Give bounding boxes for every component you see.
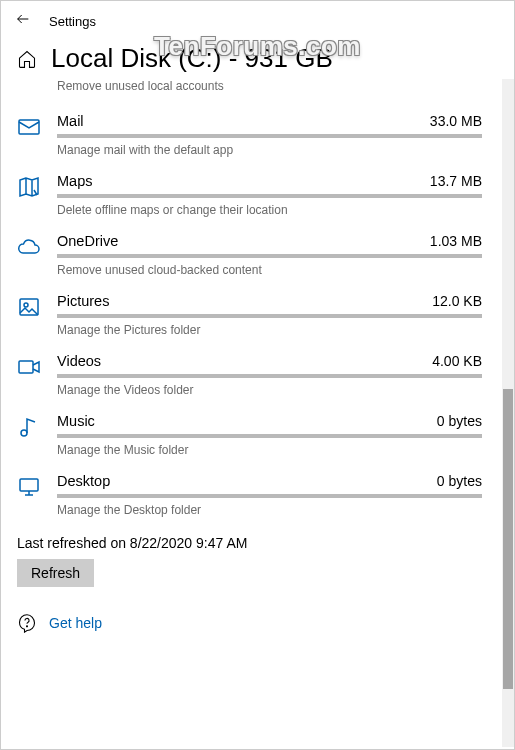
- category-pictures[interactable]: Pictures12.0 KB Manage the Pictures fold…: [1, 287, 502, 347]
- desktop-icon: [17, 475, 41, 499]
- category-maps[interactable]: Maps13.7 MB Delete offline maps or chang…: [1, 167, 502, 227]
- svg-point-4: [21, 430, 27, 436]
- category-body: Mail33.0 MB Manage mail with the default…: [57, 113, 482, 157]
- get-help-link[interactable]: Get help: [49, 615, 102, 631]
- category-body: Music0 bytes Manage the Music folder: [57, 413, 482, 457]
- category-videos[interactable]: Videos4.00 KB Manage the Videos folder: [1, 347, 502, 407]
- category-size: 4.00 KB: [432, 353, 482, 369]
- usage-bar: [57, 134, 482, 138]
- svg-point-2: [24, 303, 28, 307]
- category-onedrive[interactable]: OneDrive1.03 MB Remove unused cloud-back…: [1, 227, 502, 287]
- category-name: Pictures: [57, 293, 109, 309]
- category-body: Desktop0 bytes Manage the Desktop folder: [57, 473, 482, 517]
- usage-bar: [57, 194, 482, 198]
- category-size: 13.7 MB: [430, 173, 482, 189]
- category-size: 12.0 KB: [432, 293, 482, 309]
- header-bar: Settings: [1, 1, 514, 37]
- category-desktop[interactable]: Desktop0 bytes Manage the Desktop folder: [1, 467, 502, 527]
- page-title: Local Disk (C:) - 931 GB: [51, 43, 333, 74]
- cloud-icon: [17, 235, 41, 259]
- usage-bar: [57, 434, 482, 438]
- svg-rect-3: [19, 361, 33, 373]
- svg-rect-0: [19, 120, 39, 134]
- scrollbar-track[interactable]: [502, 79, 514, 747]
- category-body: OneDrive1.03 MB Remove unused cloud-back…: [57, 233, 482, 277]
- category-desc: Delete offline maps or change their loca…: [57, 203, 482, 217]
- category-body: Videos4.00 KB Manage the Videos folder: [57, 353, 482, 397]
- category-size: 1.03 MB: [430, 233, 482, 249]
- maps-icon: [17, 175, 41, 199]
- category-desc: Remove unused cloud-backed content: [57, 263, 482, 277]
- usage-bar: [57, 314, 482, 318]
- category-name: Music: [57, 413, 95, 429]
- previous-item-desc: Remove unused local accounts: [1, 79, 502, 93]
- mail-icon: [17, 115, 41, 139]
- usage-bar: [57, 254, 482, 258]
- category-body: Pictures12.0 KB Manage the Pictures fold…: [57, 293, 482, 337]
- back-arrow-icon[interactable]: [15, 11, 31, 31]
- usage-bar: [57, 494, 482, 498]
- category-desc: Manage the Music folder: [57, 443, 482, 457]
- category-name: OneDrive: [57, 233, 118, 249]
- refresh-button[interactable]: Refresh: [17, 559, 94, 587]
- category-name: Videos: [57, 353, 101, 369]
- category-music[interactable]: Music0 bytes Manage the Music folder: [1, 407, 502, 467]
- music-icon: [17, 415, 41, 439]
- category-name: Mail: [57, 113, 84, 129]
- category-name: Desktop: [57, 473, 110, 489]
- videos-icon: [17, 355, 41, 379]
- svg-rect-5: [20, 479, 38, 491]
- help-row: Get help: [1, 587, 502, 643]
- category-desc: Manage the Pictures folder: [57, 323, 482, 337]
- category-size: 0 bytes: [437, 413, 482, 429]
- page-title-row: Local Disk (C:) - 931 GB: [1, 37, 514, 78]
- pictures-icon: [17, 295, 41, 319]
- home-icon[interactable]: [17, 49, 37, 69]
- category-desc: Manage the Desktop folder: [57, 503, 482, 517]
- category-desc: Manage the Videos folder: [57, 383, 482, 397]
- category-body: Maps13.7 MB Delete offline maps or chang…: [57, 173, 482, 217]
- svg-point-6: [27, 626, 28, 627]
- category-size: 33.0 MB: [430, 113, 482, 129]
- scrollbar-thumb[interactable]: [503, 389, 513, 689]
- content-area: Remove unused local accounts Mail33.0 MB…: [1, 79, 502, 747]
- category-size: 0 bytes: [437, 473, 482, 489]
- usage-bar: [57, 374, 482, 378]
- category-name: Maps: [57, 173, 92, 189]
- help-chat-icon: [17, 613, 37, 633]
- header-title: Settings: [49, 14, 96, 29]
- last-refreshed-text: Last refreshed on 8/22/2020 9:47 AM: [1, 527, 502, 559]
- category-desc: Manage mail with the default app: [57, 143, 482, 157]
- category-mail[interactable]: Mail33.0 MB Manage mail with the default…: [1, 107, 502, 167]
